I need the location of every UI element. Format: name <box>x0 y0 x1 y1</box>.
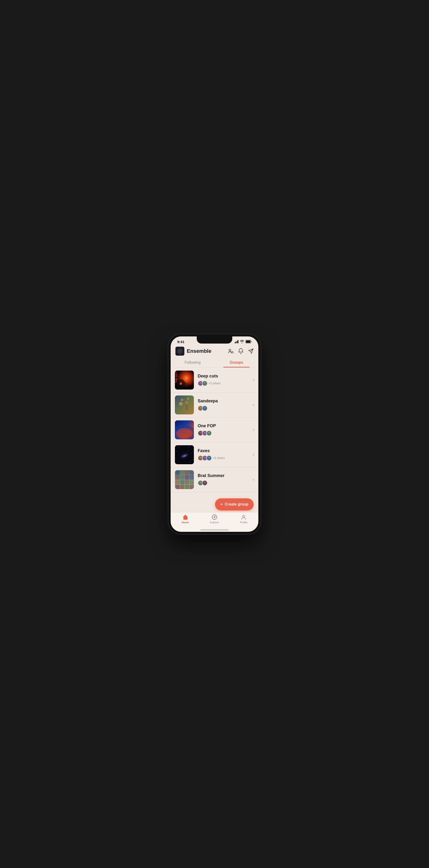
group-avatars-faves: +5 others <box>198 455 251 461</box>
avatar-bs2 <box>202 480 208 486</box>
group-item-faves[interactable]: Faves +5 others › <box>171 442 258 467</box>
group-item-brat-summer[interactable]: Brat Summer › <box>171 467 258 492</box>
phone-frame: 9:41 <box>168 334 261 534</box>
group-info-brat-summer: Brat Summer <box>194 473 251 486</box>
group-thumb-one-fop <box>175 421 194 439</box>
avatar-f3 <box>206 430 212 436</box>
svg-rect-64 <box>175 480 180 485</box>
svg-point-29 <box>204 407 206 408</box>
deep-cuts-others: +2 others <box>208 382 221 385</box>
svg-point-45 <box>176 458 176 459</box>
home-label: Home <box>182 521 189 524</box>
svg-point-43 <box>176 451 177 451</box>
svg-rect-1 <box>246 340 250 343</box>
tab-groups[interactable]: Groups <box>214 358 258 368</box>
group-thumb-faves <box>175 445 194 464</box>
album-art-faves <box>175 445 194 464</box>
svg-point-52 <box>200 457 201 458</box>
battery-icon <box>245 340 252 343</box>
svg-rect-17 <box>175 396 194 414</box>
search-people-icon[interactable] <box>228 348 234 354</box>
svg-rect-61 <box>180 475 185 479</box>
chevron-icon: › <box>253 377 254 382</box>
svg-point-8 <box>229 349 231 351</box>
signal-bar-1 <box>235 342 235 343</box>
album-art-one-fop <box>175 421 194 439</box>
svg-rect-65 <box>180 480 185 485</box>
plus-icon: + <box>220 502 223 507</box>
group-name-deep-cuts: Deep cuts <box>198 374 251 379</box>
profile-label: Profile <box>240 521 248 524</box>
svg-point-35 <box>208 432 210 433</box>
phone-notch <box>197 336 232 344</box>
app-header: Ensemble <box>171 345 258 358</box>
avatar-s2 <box>202 405 208 411</box>
create-group-button[interactable]: + Create group <box>215 498 254 510</box>
svg-point-15 <box>200 382 201 383</box>
svg-point-14 <box>180 382 182 385</box>
explore-icon <box>212 514 217 520</box>
nav-item-explore[interactable]: Explore <box>200 514 229 524</box>
app-logo-icon <box>175 347 185 355</box>
svg-line-10 <box>233 352 234 353</box>
tab-following[interactable]: Following <box>171 358 214 368</box>
svg-rect-67 <box>190 480 194 485</box>
faves-others: +5 others <box>213 456 225 460</box>
nav-item-home[interactable]: Home <box>171 514 200 524</box>
tabs: Following Groups <box>171 358 258 368</box>
svg-point-34 <box>204 432 206 433</box>
group-name-brat-summer: Brat Summer <box>198 473 251 478</box>
avatar-2 <box>202 380 208 386</box>
group-name-sandeepa: Sandeepa <box>198 399 251 404</box>
group-thumb-brat-summer <box>175 470 194 489</box>
explore-label: Explore <box>210 521 219 524</box>
group-name-faves: Faves <box>198 448 251 453</box>
group-info-sandeepa: Sandeepa <box>194 399 251 411</box>
svg-rect-70 <box>185 485 189 489</box>
svg-rect-59 <box>190 471 194 475</box>
svg-rect-57 <box>180 471 185 475</box>
header-actions <box>228 348 254 354</box>
svg-rect-20 <box>180 406 182 410</box>
chevron-icon-brat-summer: › <box>253 477 254 482</box>
home-indicator <box>200 529 229 530</box>
svg-point-49 <box>183 449 184 450</box>
group-avatars-sandeepa <box>198 405 251 411</box>
group-item-one-fop[interactable]: One FOP › <box>171 417 258 442</box>
wifi-icon <box>240 340 244 343</box>
group-avatars-one-fop <box>198 430 251 436</box>
group-info-one-fop: One FOP <box>194 424 251 436</box>
svg-point-19 <box>185 401 189 404</box>
signal-bar-2 <box>236 341 236 343</box>
album-art-sandeepa <box>175 396 194 414</box>
chevron-icon-sandeepa: › <box>253 402 254 407</box>
chevron-icon-one-fop: › <box>253 427 254 432</box>
svg-rect-69 <box>180 485 185 489</box>
profile-icon <box>241 514 246 520</box>
svg-point-53 <box>204 457 206 458</box>
notifications-icon[interactable] <box>238 348 244 354</box>
group-item-deep-cuts[interactable]: THE ACT Deep cuts <box>171 368 258 393</box>
status-icons <box>235 340 252 343</box>
svg-point-7 <box>180 351 180 351</box>
svg-rect-68 <box>175 485 180 489</box>
svg-point-33 <box>200 432 201 433</box>
chevron-icon-faves: › <box>253 452 254 457</box>
svg-point-44 <box>192 452 192 453</box>
svg-point-40 <box>180 446 181 446</box>
svg-point-54 <box>208 457 210 458</box>
svg-rect-62 <box>185 475 189 479</box>
group-avatars-deep-cuts: +2 others <box>198 380 251 386</box>
group-item-sandeepa[interactable]: Sandeepa › <box>171 393 258 417</box>
group-name-one-fop: One FOP <box>198 424 251 428</box>
svg-rect-21 <box>186 404 188 410</box>
album-art-deep-cuts: THE ACT <box>175 371 194 390</box>
status-time: 9:41 <box>177 340 185 344</box>
messages-icon[interactable] <box>248 348 254 354</box>
svg-rect-60 <box>175 475 180 479</box>
svg-point-47 <box>179 462 180 462</box>
group-avatars-brat-summer <box>198 480 251 486</box>
nav-item-profile[interactable]: Profile <box>229 514 258 524</box>
bottom-nav: Home Explore <box>171 512 258 532</box>
svg-point-41 <box>189 447 189 447</box>
